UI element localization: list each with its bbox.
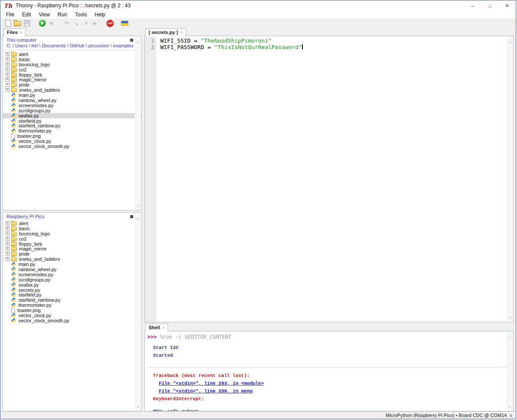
code-editor[interactable]: 12 WIFI_SSID = "TheGoodShipPimoroni"WIFI… [144, 36, 514, 322]
expand-plus-icon[interactable] [6, 242, 9, 246]
expand-plus-icon[interactable] [6, 88, 9, 92]
open-file-button[interactable] [13, 19, 22, 28]
menu-edit[interactable]: Edit [18, 11, 35, 18]
tree-item-rainbow_wheel.py[interactable]: rainbow_wheel.py [3, 98, 141, 103]
shell-scrollbar[interactable] [507, 332, 513, 411]
tree-item-magic_mirror[interactable]: magic_mirror [3, 77, 141, 82]
editor-tab-close-icon[interactable]: × [180, 30, 183, 35]
maximize-button[interactable]: □ [481, 0, 498, 11]
status-menu-icon[interactable]: ≡ [510, 413, 512, 418]
tree-item-sneks_and_ladders[interactable]: sneks_and_ladders [3, 256, 141, 262]
editor-scrollbar[interactable] [507, 37, 513, 321]
tree-item-floppy_birb[interactable]: floppy_birb [3, 241, 141, 247]
tree-item-sneks_and_ladders[interactable]: sneks_and_ladders [3, 87, 141, 93]
tree-item-magic_mirror[interactable]: magic_mirror [3, 246, 141, 251]
tree-item-floppy_birb[interactable]: floppy_birb [3, 72, 141, 77]
pico-panel-menu-button[interactable] [130, 215, 133, 218]
shell-tab-close-icon[interactable]: × [162, 325, 165, 330]
tree-item-pride[interactable]: pride [3, 82, 141, 87]
expand-plus-icon[interactable] [6, 226, 9, 230]
tree-item-screenmodes.py[interactable]: screenmodes.py [3, 272, 141, 277]
scroll-down-arrow-icon[interactable] [137, 402, 140, 410]
ukraine-flag-icon[interactable] [121, 21, 128, 26]
tree-item-main.py[interactable]: main.py [3, 93, 141, 98]
tree-item-secrets.py[interactable]: secrets.py [3, 287, 141, 293]
step-over-button[interactable] [62, 19, 71, 28]
tree-item-scrollgroups.py[interactable]: scrollgroups.py [3, 277, 141, 282]
tree-item-thermometer.py[interactable]: thermometer.py [3, 128, 141, 133]
tree-item-main.py[interactable]: main.py [3, 262, 141, 267]
tree-item-vector_clock_smooth.py[interactable]: vector_clock_smooth.py [3, 318, 141, 323]
tree-item-bouncing_logo[interactable]: bouncing_logo [3, 62, 141, 67]
expand-plus-icon[interactable] [6, 68, 9, 71]
scroll-up-arrow-icon[interactable] [509, 333, 511, 340]
close-button[interactable]: ✕ [498, 0, 516, 11]
step-into-button[interactable] [72, 19, 80, 28]
resume-button[interactable] [91, 19, 99, 28]
tree-item-basic[interactable]: basic [3, 57, 141, 62]
expand-plus-icon[interactable] [6, 237, 9, 241]
tree-item-thermometer.py[interactable]: thermometer.py [3, 303, 141, 308]
scroll-down-arrow-icon[interactable] [509, 313, 511, 321]
scroll-up-arrow-icon[interactable] [137, 37, 140, 45]
scroll-up-arrow-icon[interactable] [137, 214, 140, 222]
save-file-button[interactable] [23, 19, 31, 28]
tree-item-vector_clock.py[interactable]: vector_clock.py [3, 139, 141, 144]
tree-item-toaster.png[interactable]: toaster.png [3, 133, 141, 139]
shell-panel[interactable]: >>> %run -c $EDITOR_CONTENT Start I2C St… [144, 331, 514, 411]
step-out-button[interactable] [81, 19, 90, 28]
menu-file[interactable]: File [2, 11, 18, 18]
run-script-button[interactable] [38, 19, 46, 28]
expand-plus-icon[interactable] [6, 257, 9, 261]
tree-item-basic[interactable]: basic [3, 226, 141, 231]
this-computer-label[interactable]: This computer [6, 37, 130, 43]
pico-scrollbar[interactable] [135, 213, 141, 411]
tree-item-vector_clock_smooth.py[interactable]: vector_clock_smooth.py [3, 144, 141, 149]
expand-plus-icon[interactable] [6, 57, 9, 61]
tree-item-starfield.py[interactable]: starfield.py [3, 118, 141, 124]
tree-item-co2[interactable]: co2 [3, 236, 141, 241]
menu-run[interactable]: Run [54, 11, 71, 18]
tree-item-pride[interactable]: pride [3, 251, 141, 256]
code-area[interactable]: WIFI_SSID = "TheGoodShipPimoroni"WIFI_PA… [156, 36, 513, 50]
traceback-link[interactable]: File "<stdin>", line 258, in menu [159, 389, 252, 394]
backend-status-label[interactable]: MicroPython (Raspberry Pi Pico) • Board … [386, 413, 507, 418]
tree-item-vector_clock.py[interactable]: vector_clock.py [3, 313, 141, 318]
new-file-button[interactable] [4, 19, 12, 28]
scroll-up-arrow-icon[interactable] [509, 37, 511, 45]
tree-item-scrollgroups.py[interactable]: scrollgroups.py [3, 108, 141, 113]
debug-script-button[interactable] [47, 19, 56, 28]
tree-item-alert[interactable]: alert [3, 221, 141, 226]
expand-plus-icon[interactable] [6, 232, 9, 235]
tree-item-starfield_rainbow.py[interactable]: starfield_rainbow.py [3, 297, 141, 303]
menu-help[interactable]: Help [91, 11, 109, 18]
pico-header-label[interactable]: Raspberry Pi Pico [6, 214, 130, 219]
tab-files[interactable]: Files × [3, 28, 26, 36]
tab-shell[interactable]: Shell × [145, 324, 168, 331]
files-panel-menu-button[interactable] [130, 39, 133, 42]
tree-item-seafax.py[interactable]: seafax.py [3, 282, 141, 287]
traceback-link[interactable]: File "<stdin>", line 263, in <module> [159, 381, 264, 386]
tree-item-alert[interactable]: alert [3, 52, 141, 57]
menu-tools[interactable]: Tools [71, 11, 91, 18]
scroll-down-arrow-icon[interactable] [509, 402, 511, 410]
expand-plus-icon[interactable] [6, 62, 9, 66]
minimize-button[interactable]: – [464, 0, 481, 11]
scroll-down-arrow-icon[interactable] [137, 201, 140, 209]
expand-plus-icon[interactable] [6, 78, 9, 82]
expand-plus-icon[interactable] [6, 252, 9, 256]
expand-plus-icon[interactable] [6, 73, 9, 77]
breadcrumb-path[interactable]: C: \ Users \ hel \ Documents \ GitHub \ … [6, 43, 130, 49]
files-scrollbar[interactable] [135, 37, 141, 210]
expand-plus-icon[interactable] [6, 221, 9, 225]
menu-view[interactable]: View [35, 11, 54, 18]
tree-item-toaster.png[interactable]: toaster.png [3, 308, 141, 313]
expand-plus-icon[interactable] [6, 247, 9, 251]
expand-plus-icon[interactable] [6, 83, 9, 87]
tab-editor-secrets[interactable]: [ secrets.py ] × [145, 28, 186, 36]
files-tab-close-icon[interactable]: × [20, 30, 22, 35]
tree-item-seafax.py[interactable]: seafax.py [3, 113, 141, 118]
tree-item-starfield.py[interactable]: starfield.py [3, 292, 141, 297]
expand-plus-icon[interactable] [6, 52, 9, 56]
tree-item-rainbow_wheel.py[interactable]: rainbow_wheel.py [3, 267, 141, 272]
